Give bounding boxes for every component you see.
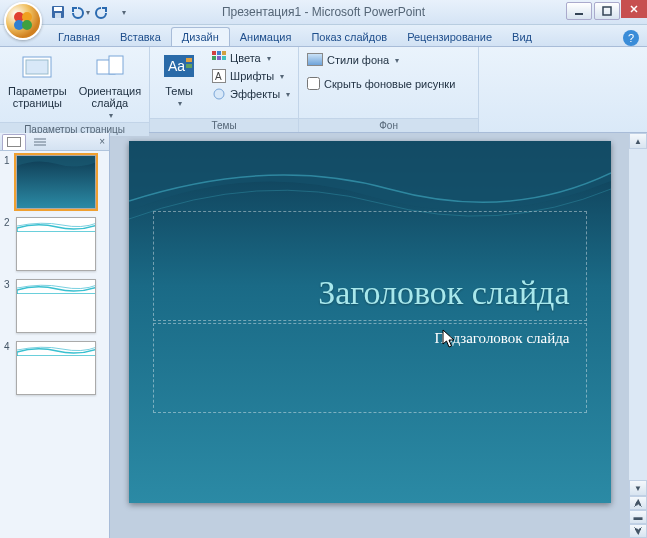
thumb-number: 4 [4, 341, 12, 352]
ribbon-tabs: Главная Вставка Дизайн Анимация Показ сл… [0, 25, 647, 47]
save-button[interactable] [48, 2, 68, 22]
close-button[interactable] [621, 0, 647, 18]
themes-icon: Aa [163, 53, 195, 81]
fonts-icon: A [212, 69, 226, 83]
scroll-down-button[interactable]: ▼ [629, 480, 647, 496]
svg-point-3 [22, 20, 32, 30]
thumb-row-2: 2 [0, 213, 109, 275]
minimize-icon [574, 6, 584, 16]
group-label-background: Фон [299, 118, 478, 132]
slide-subtitle-text[interactable]: Подзаголовок слайда [435, 330, 570, 406]
slide-title-text[interactable]: Заголовок слайда [318, 274, 569, 312]
tab-design[interactable]: Дизайн [171, 27, 230, 46]
tab-animation[interactable]: Анимация [230, 28, 302, 46]
office-button[interactable] [4, 2, 42, 40]
thumb-row-3: 3 [0, 275, 109, 337]
qat-customize-button[interactable]: ▾ [114, 2, 134, 22]
title-bar: ▾ Презентация1 - Microsoft PowerPoint [0, 0, 647, 25]
svg-rect-8 [603, 7, 611, 15]
colors-button[interactable]: Цвета [208, 49, 294, 67]
minimize-button[interactable] [566, 2, 592, 20]
slide-nav-buttons: ⮝ ▬ ⮟ [629, 496, 647, 538]
tab-home[interactable]: Главная [48, 28, 110, 46]
redo-button[interactable] [92, 2, 112, 22]
wave-decoration [17, 342, 96, 356]
tab-review[interactable]: Рецензирование [397, 28, 502, 46]
pane-close-button[interactable]: × [99, 136, 105, 147]
group-label-themes: Темы [150, 118, 298, 132]
window-controls [565, 0, 647, 22]
title-placeholder[interactable]: Заголовок слайда [153, 211, 587, 321]
help-button[interactable]: ? [623, 30, 639, 46]
svg-rect-21 [217, 56, 221, 60]
svg-point-25 [214, 89, 224, 99]
slide-thumbnail-2[interactable] [16, 217, 96, 271]
thumb-number: 1 [4, 155, 12, 166]
double-chevron-down-icon: ⮟ [634, 526, 643, 536]
bg-styles-button[interactable]: Стили фона [303, 51, 459, 69]
scroll-up-button[interactable]: ▲ [629, 133, 647, 149]
pane-header: × [0, 133, 109, 151]
svg-text:Aa: Aa [168, 58, 185, 74]
save-icon [51, 5, 65, 19]
wave-decoration [17, 218, 96, 232]
bg-styles-icon [307, 53, 323, 67]
scroll-track[interactable] [629, 149, 647, 480]
slide-thumbnail-1[interactable] [16, 155, 96, 209]
wave-decoration [17, 280, 96, 294]
pane-tab-outline[interactable] [28, 134, 52, 150]
svg-rect-19 [222, 51, 226, 55]
prev-slide-button[interactable]: ⮝ [629, 496, 647, 510]
thumbnails-pane: × 1 2 3 4 [0, 133, 110, 538]
slide-nav-menu-button[interactable]: ▬ [629, 510, 647, 524]
workspace: × 1 2 3 4 Заголовок слайда [0, 133, 647, 538]
maximize-button[interactable] [594, 2, 620, 20]
ribbon: Параметры страницы Ориентация слайда Пар… [0, 47, 647, 133]
svg-rect-12 [109, 56, 123, 74]
hide-bg-input[interactable] [307, 77, 320, 90]
hide-bg-checkbox[interactable]: Скрыть фоновые рисунки [303, 75, 459, 92]
next-slide-button[interactable]: ⮟ [629, 524, 647, 538]
slide-editor[interactable]: Заголовок слайда Подзаголовок слайда [110, 133, 629, 538]
subtitle-placeholder[interactable]: Подзаголовок слайда [153, 323, 587, 413]
nav-menu-icon: ▬ [634, 512, 643, 522]
svg-text:A: A [215, 71, 222, 82]
wave-decoration [17, 156, 96, 170]
svg-rect-20 [212, 56, 216, 60]
svg-rect-16 [186, 64, 192, 68]
vertical-scrollbar[interactable]: ▲ ▼ ⮝ ▬ ⮟ [629, 133, 647, 538]
slide-thumbnail-4[interactable] [16, 341, 96, 395]
tab-view[interactable]: Вид [502, 28, 542, 46]
maximize-icon [602, 6, 612, 16]
thumb-number: 2 [4, 217, 12, 228]
tab-slideshow[interactable]: Показ слайдов [301, 28, 397, 46]
tab-insert[interactable]: Вставка [110, 28, 171, 46]
effects-button[interactable]: Эффекты [208, 85, 294, 103]
svg-rect-18 [217, 51, 221, 55]
slide-canvas[interactable]: Заголовок слайда Подзаголовок слайда [129, 141, 611, 503]
orientation-button[interactable]: Ориентация слайда [75, 49, 145, 122]
slide-thumbnail-3[interactable] [16, 279, 96, 333]
svg-rect-15 [186, 58, 192, 62]
thumb-number: 3 [4, 279, 12, 290]
quick-access-toolbar: ▾ [48, 2, 134, 22]
group-page-setup: Параметры страницы Ориентация слайда Пар… [0, 47, 150, 132]
help-icon: ? [628, 32, 634, 44]
svg-rect-10 [26, 60, 48, 74]
pane-tab-slides[interactable] [2, 134, 26, 150]
orientation-icon [95, 54, 125, 80]
office-logo-icon [11, 9, 35, 33]
themes-button[interactable]: Aa Темы [154, 49, 204, 110]
undo-button[interactable] [70, 2, 90, 22]
svg-rect-6 [55, 13, 61, 18]
group-themes: Aa Темы Цвета AШрифты Эффекты Темы [150, 47, 299, 132]
redo-icon [95, 5, 109, 19]
group-background: Стили фона Скрыть фоновые рисунки Фон [299, 47, 479, 132]
page-params-button[interactable]: Параметры страницы [4, 49, 71, 111]
fonts-button[interactable]: AШрифты [208, 67, 294, 85]
effects-icon [212, 87, 226, 101]
svg-rect-17 [212, 51, 216, 55]
slides-tab-icon [7, 137, 21, 147]
colors-icon [212, 51, 226, 65]
close-icon [629, 4, 639, 14]
